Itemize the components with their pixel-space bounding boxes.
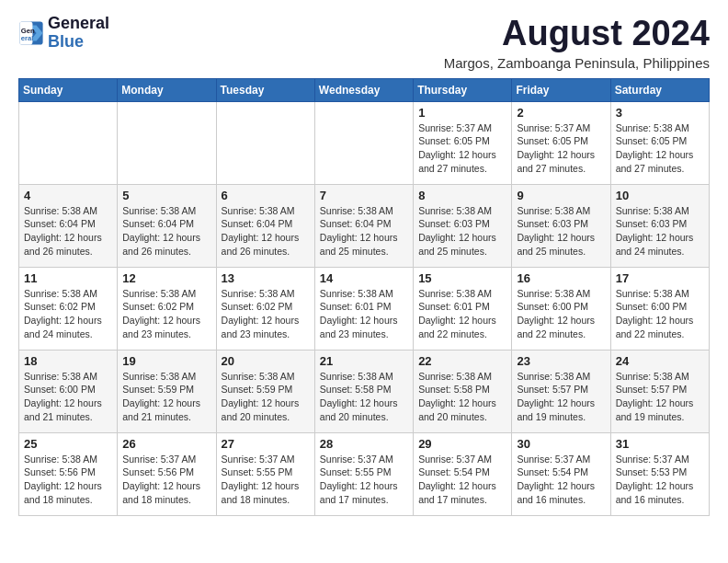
day-info: Sunrise: 5:38 AMSunset: 5:58 PMDaylight:… bbox=[418, 370, 506, 424]
table-row: 7Sunrise: 5:38 AMSunset: 6:04 PMDaylight… bbox=[314, 184, 413, 267]
day-number: 6 bbox=[222, 189, 310, 202]
table-row: 24Sunrise: 5:38 AMSunset: 5:57 PMDayligh… bbox=[610, 350, 709, 432]
day-number: 27 bbox=[222, 437, 310, 451]
table-row bbox=[216, 101, 314, 184]
col-thursday: Thursday bbox=[414, 78, 512, 101]
table-row: 20Sunrise: 5:38 AMSunset: 5:59 PMDayligh… bbox=[216, 350, 314, 432]
page-subtitle: Margos, Zamboanga Peninsula, Philippines bbox=[444, 55, 710, 71]
table-row: 6Sunrise: 5:38 AMSunset: 6:04 PMDaylight… bbox=[216, 184, 314, 267]
table-row: 22Sunrise: 5:38 AMSunset: 5:58 PMDayligh… bbox=[414, 350, 512, 432]
day-info: Sunrise: 5:37 AMSunset: 5:54 PMDaylight:… bbox=[418, 453, 506, 507]
day-number: 31 bbox=[616, 437, 704, 451]
table-row: 2Sunrise: 5:37 AMSunset: 6:05 PMDaylight… bbox=[512, 101, 610, 184]
logo-icon: Gen eral bbox=[18, 20, 44, 46]
day-number: 17 bbox=[616, 271, 704, 285]
day-info: Sunrise: 5:38 AMSunset: 6:03 PMDaylight:… bbox=[418, 204, 506, 259]
table-row: 9Sunrise: 5:38 AMSunset: 6:03 PMDaylight… bbox=[512, 184, 610, 267]
day-number: 29 bbox=[418, 437, 506, 451]
day-number: 11 bbox=[24, 271, 112, 285]
table-row: 5Sunrise: 5:38 AMSunset: 6:04 PMDaylight… bbox=[118, 184, 216, 267]
day-number: 21 bbox=[320, 354, 408, 368]
day-number: 13 bbox=[222, 271, 310, 285]
table-row: 19Sunrise: 5:38 AMSunset: 5:59 PMDayligh… bbox=[118, 350, 216, 432]
day-number: 16 bbox=[517, 271, 605, 285]
day-number: 30 bbox=[517, 437, 605, 451]
day-info: Sunrise: 5:38 AMSunset: 6:04 PMDaylight:… bbox=[122, 204, 210, 259]
day-info: Sunrise: 5:38 AMSunset: 6:03 PMDaylight:… bbox=[517, 204, 605, 259]
table-row: 30Sunrise: 5:37 AMSunset: 5:54 PMDayligh… bbox=[512, 432, 610, 515]
col-wednesday: Wednesday bbox=[314, 78, 413, 101]
day-number: 24 bbox=[616, 354, 704, 368]
table-row bbox=[314, 101, 413, 184]
calendar-week-4: 18Sunrise: 5:38 AMSunset: 6:00 PMDayligh… bbox=[19, 350, 710, 432]
table-row bbox=[19, 101, 118, 184]
day-info: Sunrise: 5:37 AMSunset: 6:05 PMDaylight:… bbox=[418, 121, 506, 176]
table-row: 25Sunrise: 5:38 AMSunset: 5:56 PMDayligh… bbox=[19, 432, 118, 515]
day-info: Sunrise: 5:37 AMSunset: 5:56 PMDaylight:… bbox=[122, 453, 210, 507]
table-row: 15Sunrise: 5:38 AMSunset: 6:01 PMDayligh… bbox=[414, 267, 512, 350]
day-info: Sunrise: 5:38 AMSunset: 6:00 PMDaylight:… bbox=[616, 287, 704, 341]
table-row: 4Sunrise: 5:38 AMSunset: 6:04 PMDaylight… bbox=[19, 184, 118, 267]
table-row: 3Sunrise: 5:38 AMSunset: 6:05 PMDaylight… bbox=[610, 101, 709, 184]
day-info: Sunrise: 5:38 AMSunset: 6:01 PMDaylight:… bbox=[418, 287, 506, 341]
col-saturday: Saturday bbox=[610, 78, 709, 101]
calendar-header-row: Sunday Monday Tuesday Wednesday Thursday… bbox=[19, 78, 710, 101]
day-info: Sunrise: 5:38 AMSunset: 6:00 PMDaylight:… bbox=[24, 370, 112, 424]
table-row: 31Sunrise: 5:37 AMSunset: 5:53 PMDayligh… bbox=[610, 432, 709, 515]
calendar-table: Sunday Monday Tuesday Wednesday Thursday… bbox=[18, 78, 710, 516]
day-number: 15 bbox=[418, 271, 506, 285]
day-info: Sunrise: 5:37 AMSunset: 6:05 PMDaylight:… bbox=[517, 121, 605, 176]
col-sunday: Sunday bbox=[19, 78, 118, 101]
day-number: 14 bbox=[320, 271, 408, 285]
col-tuesday: Tuesday bbox=[216, 78, 314, 101]
day-number: 18 bbox=[24, 354, 112, 368]
day-number: 19 bbox=[122, 354, 210, 368]
table-row: 23Sunrise: 5:38 AMSunset: 5:57 PMDayligh… bbox=[512, 350, 610, 432]
day-info: Sunrise: 5:38 AMSunset: 6:04 PMDaylight:… bbox=[222, 204, 310, 259]
day-info: Sunrise: 5:37 AMSunset: 5:55 PMDaylight:… bbox=[320, 453, 408, 507]
table-row: 26Sunrise: 5:37 AMSunset: 5:56 PMDayligh… bbox=[118, 432, 216, 515]
day-info: Sunrise: 5:38 AMSunset: 6:02 PMDaylight:… bbox=[222, 287, 310, 341]
title-area: August 2024 Margos, Zamboanga Peninsula,… bbox=[444, 15, 710, 71]
table-row: 29Sunrise: 5:37 AMSunset: 5:54 PMDayligh… bbox=[414, 432, 512, 515]
day-number: 25 bbox=[24, 437, 112, 451]
table-row: 27Sunrise: 5:37 AMSunset: 5:55 PMDayligh… bbox=[216, 432, 314, 515]
table-row: 17Sunrise: 5:38 AMSunset: 6:00 PMDayligh… bbox=[610, 267, 709, 350]
day-info: Sunrise: 5:38 AMSunset: 6:04 PMDaylight:… bbox=[320, 204, 408, 259]
day-info: Sunrise: 5:38 AMSunset: 6:01 PMDaylight:… bbox=[320, 287, 408, 341]
day-number: 28 bbox=[320, 437, 408, 451]
col-friday: Friday bbox=[512, 78, 610, 101]
table-row bbox=[118, 101, 216, 184]
day-number: 8 bbox=[418, 189, 506, 202]
table-row: 28Sunrise: 5:37 AMSunset: 5:55 PMDayligh… bbox=[314, 432, 413, 515]
calendar-week-1: 1Sunrise: 5:37 AMSunset: 6:05 PMDaylight… bbox=[19, 101, 710, 184]
day-number: 7 bbox=[320, 189, 408, 202]
calendar-week-5: 25Sunrise: 5:38 AMSunset: 5:56 PMDayligh… bbox=[19, 432, 710, 515]
day-number: 2 bbox=[517, 106, 605, 120]
day-number: 20 bbox=[222, 354, 310, 368]
table-row: 11Sunrise: 5:38 AMSunset: 6:02 PMDayligh… bbox=[19, 267, 118, 350]
day-number: 3 bbox=[616, 106, 704, 120]
table-row: 13Sunrise: 5:38 AMSunset: 6:02 PMDayligh… bbox=[216, 267, 314, 350]
table-row: 8Sunrise: 5:38 AMSunset: 6:03 PMDaylight… bbox=[414, 184, 512, 267]
day-info: Sunrise: 5:38 AMSunset: 5:56 PMDaylight:… bbox=[24, 453, 112, 507]
day-number: 4 bbox=[24, 189, 112, 202]
day-info: Sunrise: 5:38 AMSunset: 5:57 PMDaylight:… bbox=[616, 370, 704, 424]
calendar-week-3: 11Sunrise: 5:38 AMSunset: 6:02 PMDayligh… bbox=[19, 267, 710, 350]
day-info: Sunrise: 5:38 AMSunset: 5:57 PMDaylight:… bbox=[517, 370, 605, 424]
svg-text:Gen: Gen bbox=[21, 27, 35, 35]
day-info: Sunrise: 5:37 AMSunset: 5:54 PMDaylight:… bbox=[517, 453, 605, 507]
day-number: 9 bbox=[517, 189, 605, 202]
day-info: Sunrise: 5:38 AMSunset: 6:02 PMDaylight:… bbox=[24, 287, 112, 341]
page-title: August 2024 bbox=[444, 15, 710, 53]
day-number: 5 bbox=[122, 189, 210, 202]
logo-name: GeneralBlue bbox=[48, 15, 109, 52]
table-row: 16Sunrise: 5:38 AMSunset: 6:00 PMDayligh… bbox=[512, 267, 610, 350]
table-row: 21Sunrise: 5:38 AMSunset: 5:58 PMDayligh… bbox=[314, 350, 413, 432]
day-info: Sunrise: 5:38 AMSunset: 5:58 PMDaylight:… bbox=[320, 370, 408, 424]
day-info: Sunrise: 5:38 AMSunset: 6:05 PMDaylight:… bbox=[616, 121, 704, 176]
calendar-week-2: 4Sunrise: 5:38 AMSunset: 6:04 PMDaylight… bbox=[19, 184, 710, 267]
day-number: 12 bbox=[122, 271, 210, 285]
svg-text:eral: eral bbox=[21, 34, 34, 42]
logo: Gen eral GeneralBlue bbox=[18, 15, 109, 52]
